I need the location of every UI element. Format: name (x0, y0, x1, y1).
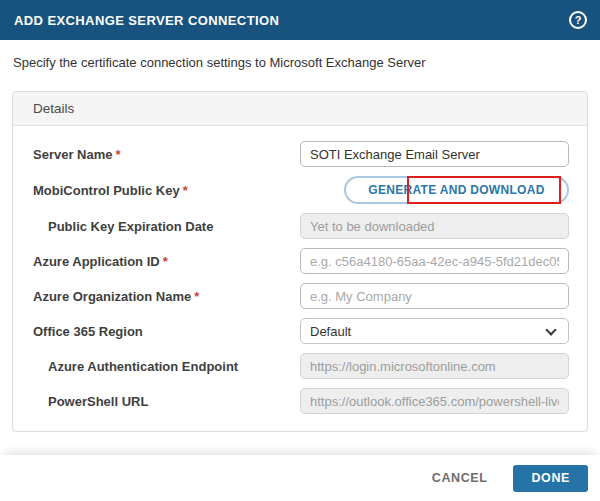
field-row-auth-endpoint: Azure Authentication Endpoint (33, 353, 569, 379)
field-row-azure-org-name: Azure Organization Name* (33, 283, 569, 309)
chevron-down-icon (545, 324, 556, 335)
server-name-control (300, 141, 569, 167)
azure-org-name-label-text: Azure Organization Name (33, 289, 191, 304)
azure-org-name-input[interactable] (300, 283, 569, 309)
public-key-control: GENERATE AND DOWNLOAD (300, 176, 569, 204)
generate-and-download-button[interactable]: GENERATE AND DOWNLOAD (344, 176, 569, 204)
powershell-url-control (300, 388, 569, 414)
field-row-server-name: Server Name* (33, 141, 569, 167)
done-button[interactable]: DONE (513, 465, 588, 492)
help-icon[interactable]: ? (569, 11, 587, 29)
powershell-url-label: PowerShell URL (33, 394, 300, 409)
server-name-label: Server Name* (33, 147, 300, 162)
azure-org-name-label: Azure Organization Name* (33, 289, 300, 304)
dialog-title: ADD EXCHANGE SERVER CONNECTION (14, 13, 279, 28)
field-row-public-key: MobiControl Public Key* GENERATE AND DOW… (33, 176, 569, 204)
dialog-footer: CANCEL DONE (0, 455, 600, 501)
field-row-powershell-url: PowerShell URL (33, 388, 569, 414)
auth-endpoint-control (300, 353, 569, 379)
generate-and-download-label: GENERATE AND DOWNLOAD (368, 183, 544, 197)
azure-org-name-control (300, 283, 569, 309)
office365-region-select[interactable]: Default (300, 318, 569, 344)
field-row-azure-app-id: Azure Application ID* (33, 248, 569, 274)
cancel-button[interactable]: CANCEL (432, 471, 488, 485)
office365-region-label: Office 365 Region (33, 324, 300, 339)
powershell-url-input (300, 388, 569, 414)
details-panel: Details Server Name* MobiControl Public … (12, 91, 588, 432)
required-marker: * (163, 254, 168, 269)
details-panel-title: Details (13, 92, 587, 126)
dialog-subtitle: Specify the certificate connection setti… (0, 40, 600, 70)
public-key-label: MobiControl Public Key* (33, 183, 300, 198)
expiration-date-input (300, 213, 569, 239)
expiration-date-control (300, 213, 569, 239)
dialog-titlebar: ADD EXCHANGE SERVER CONNECTION ? (0, 0, 600, 40)
azure-app-id-control (300, 248, 569, 274)
details-panel-body: Server Name* MobiControl Public Key* GEN… (13, 126, 587, 431)
azure-app-id-label: Azure Application ID* (33, 254, 300, 269)
required-marker: * (194, 289, 199, 304)
office365-region-selected-value: Default (310, 324, 351, 339)
azure-app-id-label-text: Azure Application ID (33, 254, 160, 269)
required-marker: * (116, 147, 121, 162)
azure-app-id-input[interactable] (300, 248, 569, 274)
office365-region-control: Default (300, 318, 569, 344)
required-marker: * (183, 183, 188, 198)
public-key-label-text: MobiControl Public Key (33, 183, 180, 198)
field-row-office365-region: Office 365 Region Default (33, 318, 569, 344)
expiration-date-label: Public Key Expiration Date (33, 219, 300, 234)
field-row-expiration-date: Public Key Expiration Date (33, 213, 569, 239)
server-name-input[interactable] (300, 141, 569, 167)
auth-endpoint-label: Azure Authentication Endpoint (33, 359, 300, 374)
auth-endpoint-input (300, 353, 569, 379)
server-name-label-text: Server Name (33, 147, 113, 162)
